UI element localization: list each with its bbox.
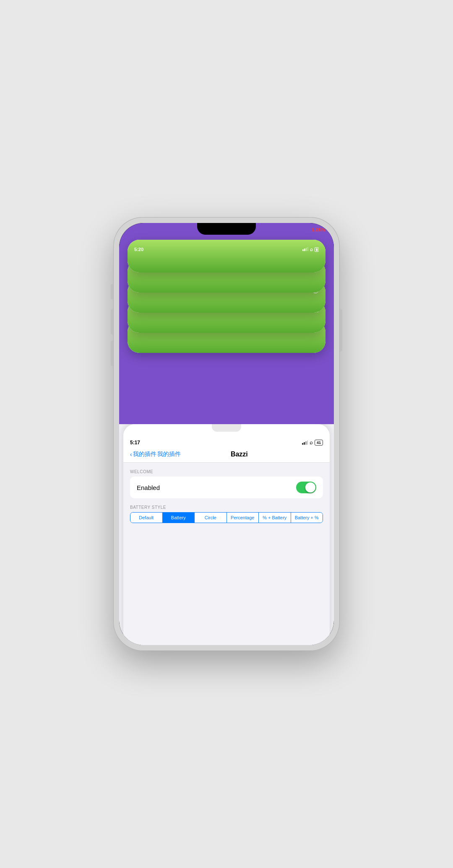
settings-area: 5:17 ⌕ 41	[119, 424, 334, 645]
power-button[interactable]	[340, 309, 342, 351]
main-time: 5:17	[130, 440, 140, 446]
svg-rect-23	[307, 440, 308, 445]
segment-battery-pct[interactable]: Battery + %	[291, 513, 323, 523]
back-text: 我的插件	[157, 451, 181, 458]
purple-background: 1.2K/s 5:20	[119, 223, 334, 424]
enabled-label: Enabled	[137, 484, 160, 491]
volume-up-button[interactable]	[111, 309, 113, 334]
back-label: 我的插件	[133, 451, 156, 458]
page-title: Bazzi	[181, 451, 298, 458]
chevron-left-icon: ‹	[130, 451, 132, 458]
settings-content: WELCOME Enabled BATTERY STYLE Def	[123, 463, 330, 645]
phone-screen: 1.2K/s 5:20	[119, 223, 334, 645]
enabled-toggle[interactable]	[296, 482, 316, 493]
mini-status-1: 5:20	[128, 240, 325, 252]
segment-battery[interactable]: Battery	[163, 513, 195, 523]
main-status-bar: 5:17 ⌕ 41	[123, 438, 330, 448]
wifi-icon-1: ⌕	[310, 246, 313, 252]
mini-time-1: 5:20	[134, 247, 143, 252]
battery-style-segment[interactable]: Default Battery Circle Percentage % + Ba…	[130, 512, 323, 523]
svg-rect-1	[304, 249, 305, 251]
svg-rect-21	[304, 442, 305, 445]
segment-pct-battery[interactable]: % + Battery	[259, 513, 291, 523]
mini-right-1: ⌕ ▮	[302, 246, 319, 252]
main-wifi-icon: ⌕	[310, 439, 313, 446]
toggle-knob	[305, 482, 315, 492]
enabled-row: Enabled	[130, 477, 323, 498]
segment-percentage[interactable]: Percentage	[227, 513, 259, 523]
main-phone-frame: 5:17 ⌕ 41	[123, 424, 330, 645]
main-status-right: ⌕ 41	[302, 439, 323, 446]
segment-default[interactable]: Default	[130, 513, 163, 523]
svg-rect-3	[307, 247, 308, 251]
welcome-section-header: WELCOME	[123, 469, 330, 477]
mute-button[interactable]	[111, 284, 113, 299]
main-signal-icon	[302, 440, 308, 445]
welcome-group: Enabled	[130, 477, 323, 498]
mini-screen-1: 5:20	[128, 240, 325, 272]
svg-rect-2	[306, 248, 307, 251]
main-battery-box: 41	[315, 440, 323, 446]
main-notch	[212, 424, 241, 432]
battery-style-section-header: BATTERY STYLE	[123, 505, 330, 512]
screen-content: 1.2K/s 5:20	[119, 223, 334, 645]
navigation-bar: ‹ 我的插件 我的插件 Bazzi	[123, 448, 330, 463]
main-notch-area	[123, 424, 330, 438]
svg-rect-22	[305, 441, 307, 445]
segment-circle[interactable]: Circle	[195, 513, 227, 523]
volume-down-button[interactable]	[111, 341, 113, 366]
svg-rect-20	[302, 443, 303, 445]
svg-rect-0	[302, 249, 304, 251]
speed-display: 1.2K/s	[312, 227, 325, 232]
signal-icon-1	[302, 247, 308, 252]
top-notch	[197, 223, 256, 235]
phone-frame: 1.2K/s 5:20	[113, 217, 340, 651]
mini-phone-1: 5:20	[128, 240, 325, 272]
stacked-phones-container: 5:20	[119, 240, 334, 340]
battery-icon-1: ▮	[315, 247, 319, 252]
back-button[interactable]: ‹ 我的插件 我的插件	[130, 451, 181, 458]
